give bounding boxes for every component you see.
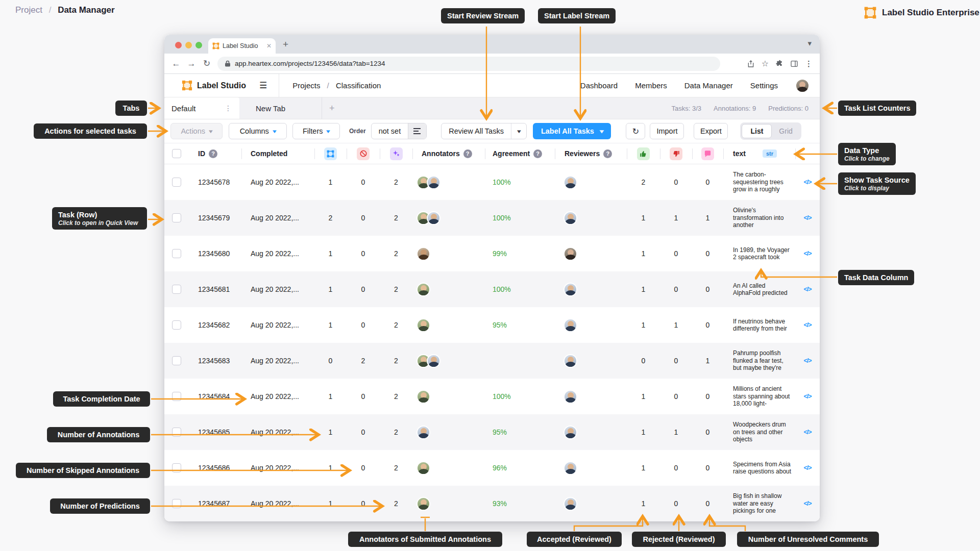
add-tab-icon[interactable]: + (322, 97, 335, 119)
show-source-code-icon[interactable]: </> (803, 357, 811, 364)
extensions-puzzle-icon[interactable] (775, 60, 783, 68)
row-checkbox[interactable] (172, 213, 181, 222)
col-reviewers-label[interactable]: Reviewers (565, 149, 600, 158)
forward-icon[interactable]: → (184, 59, 199, 69)
annotations-count-icon[interactable] (324, 147, 337, 160)
table-row[interactable]: 12345678Aug 20 2022,...102100%200The car… (164, 164, 820, 200)
reviewer-avatar[interactable] (564, 318, 577, 332)
annotator-avatar[interactable] (416, 247, 430, 261)
filters-dropdown[interactable]: Filters▾ (292, 123, 340, 139)
annotator-avatar[interactable] (416, 283, 430, 296)
show-source-code-icon[interactable]: </> (803, 250, 811, 257)
row-checkbox[interactable] (172, 178, 181, 187)
tab-new-tab[interactable]: New Tab (239, 97, 322, 119)
grid-view-button[interactable]: Grid (772, 127, 799, 135)
browser-menu-kebab-icon[interactable]: ⋮ (805, 59, 813, 68)
reviewer-avatar[interactable] (564, 176, 577, 189)
list-view-button[interactable]: List (742, 124, 772, 138)
row-checkbox[interactable] (172, 428, 181, 437)
table-row[interactable]: 12345687Aug 20 2022,...10293%100Big fish… (164, 486, 820, 521)
annotator-avatar[interactable] (416, 425, 430, 439)
help-icon[interactable]: ? (533, 149, 542, 158)
export-button[interactable]: Export (694, 123, 728, 139)
col-annotators-label[interactable]: Annotators (422, 149, 460, 158)
table-row[interactable]: 12345681Aug 20 2022,...102100%100An AI c… (164, 271, 820, 307)
reviewer-avatar[interactable] (564, 390, 577, 404)
window-close-button[interactable] (175, 42, 182, 48)
show-source-code-icon[interactable]: </> (803, 286, 811, 293)
nav-data-manager[interactable]: Data Manager (684, 81, 733, 90)
row-checkbox[interactable] (172, 463, 181, 472)
annotator-avatar[interactable] (416, 497, 430, 511)
breadcrumb-section[interactable]: Project (15, 5, 42, 15)
show-source-code-icon[interactable]: </> (803, 393, 811, 400)
row-checkbox[interactable] (172, 285, 181, 294)
tab-close-icon[interactable]: ✕ (266, 42, 272, 49)
select-all-checkbox[interactable] (172, 149, 181, 158)
label-all-tasks-button[interactable]: Label All Tasks ▾ (533, 123, 611, 139)
tab-options-kebab-icon[interactable]: ⋮ (225, 104, 232, 112)
table-row[interactable]: 12345685Aug 20 2022,...10295%110Woodpeck… (164, 414, 820, 450)
help-icon[interactable]: ? (603, 149, 612, 158)
user-avatar[interactable] (795, 79, 810, 93)
refresh-button[interactable]: ↻ (626, 123, 645, 139)
reload-icon[interactable]: ↻ (199, 58, 214, 69)
reviewer-avatar[interactable] (564, 461, 577, 475)
nav-dashboard[interactable]: Dashboard (580, 81, 618, 90)
address-bar[interactable]: app.heartex.com/projects/123456/data?tab… (217, 57, 720, 71)
actions-dropdown[interactable]: Actions▾ (170, 123, 223, 139)
reviewer-avatar[interactable] (564, 425, 577, 439)
review-all-tasks-button[interactable]: Review All Tasks ▾ (441, 123, 527, 139)
annotator-avatar[interactable] (427, 176, 440, 189)
table-row[interactable]: 12345680Aug 20 2022,...10299%100In 1989,… (164, 236, 820, 271)
import-button[interactable]: Import (650, 123, 684, 139)
sort-icon[interactable] (408, 123, 426, 139)
annotator-avatar[interactable] (427, 354, 440, 368)
show-source-code-icon[interactable]: </> (803, 500, 811, 507)
chevron-down-icon[interactable]: ▾ (511, 123, 526, 139)
annotator-avatar[interactable] (427, 211, 440, 225)
row-checkbox[interactable] (172, 392, 181, 401)
comments-icon[interactable] (701, 147, 714, 160)
bookmark-star-icon[interactable]: ☆ (762, 59, 769, 68)
show-source-code-icon[interactable]: </> (803, 321, 811, 329)
show-source-code-icon[interactable]: </> (803, 179, 811, 186)
breadcrumb-projects-link[interactable]: Projects (292, 81, 320, 90)
table-row[interactable]: 12345682Aug 20 2022,...10295%110If neutr… (164, 307, 820, 343)
chevron-down-icon[interactable]: ▾ (807, 39, 812, 48)
reviewer-avatar[interactable] (564, 354, 577, 368)
annotator-avatar[interactable] (416, 461, 430, 475)
window-maximize-button[interactable] (195, 42, 202, 48)
col-completed-label[interactable]: Completed (251, 149, 287, 158)
annotator-avatar[interactable] (416, 390, 430, 404)
skipped-annotations-icon[interactable] (357, 147, 370, 160)
reviewer-avatar[interactable] (564, 283, 577, 296)
rejected-thumb-down-icon[interactable] (670, 147, 682, 160)
table-row[interactable]: 12345684Aug 20 2022,...102100%100Million… (164, 379, 820, 414)
new-tab-icon[interactable]: + (283, 39, 288, 50)
show-source-code-icon[interactable]: </> (803, 214, 811, 221)
col-id-label[interactable]: ID (198, 149, 205, 158)
hamburger-menu-icon[interactable]: ☰ (259, 80, 267, 91)
row-checkbox[interactable] (172, 249, 181, 258)
browser-tab[interactable]: Label Studio ✕ (208, 38, 276, 54)
back-icon[interactable]: ← (168, 59, 184, 69)
help-icon[interactable]: ? (463, 149, 472, 158)
nav-members[interactable]: Members (635, 81, 667, 90)
predictions-icon[interactable] (390, 147, 403, 160)
app-logo[interactable]: Label Studio (182, 80, 246, 91)
show-source-code-icon[interactable]: </> (803, 464, 811, 471)
accepted-thumb-up-icon[interactable] (637, 147, 650, 160)
nav-settings[interactable]: Settings (750, 81, 778, 90)
reviewer-avatar[interactable] (564, 211, 577, 225)
window-minimize-button[interactable] (185, 42, 192, 48)
col-agreement-label[interactable]: Agreement (493, 149, 530, 158)
reviewer-avatar[interactable] (564, 247, 577, 261)
show-source-code-icon[interactable]: </> (803, 429, 811, 436)
row-checkbox[interactable] (172, 499, 181, 508)
side-panel-icon[interactable] (790, 60, 798, 68)
table-row[interactable]: 12345683Aug 20 2022,...022001Pahrump poo… (164, 343, 820, 379)
row-checkbox[interactable] (172, 320, 181, 330)
share-icon[interactable] (747, 60, 755, 68)
tab-default[interactable]: Default ⋮ (164, 97, 239, 119)
